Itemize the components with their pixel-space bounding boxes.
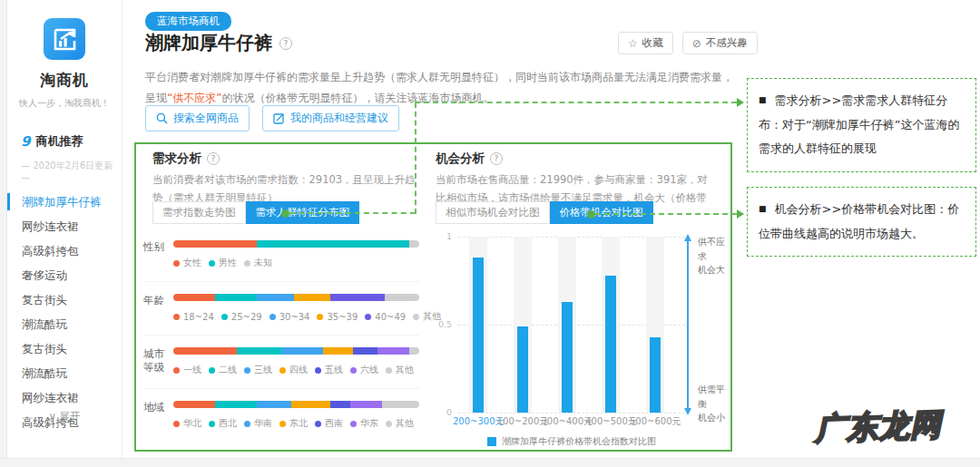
sidebar-item[interactable]: 潮流酷玩 bbox=[7, 361, 122, 385]
sidebar-item[interactable]: 网纱连衣裙 bbox=[7, 214, 122, 238]
demand-panel-title-row: 需求分析 ? bbox=[152, 151, 220, 167]
demographic-legend: 华北西北华南东北西南华东其他 bbox=[173, 417, 419, 430]
demographic-bar bbox=[173, 401, 419, 408]
x-axis-label: 100~200元 bbox=[497, 415, 548, 428]
gridline bbox=[458, 413, 685, 413]
legend-dot bbox=[279, 367, 286, 374]
demand-connector-line-h1 bbox=[289, 212, 416, 214]
legend-item: 四线 bbox=[279, 364, 308, 376]
favorite-button[interactable]: ☆ 收藏 bbox=[618, 32, 673, 54]
demographic-row: 年龄18~2425~2930~3435~3940~49其他 bbox=[143, 282, 419, 336]
legend-dot bbox=[173, 421, 180, 427]
sidebar-item[interactable]: 潮牌加厚牛仔裤 bbox=[7, 190, 122, 214]
demographic-row: 性别女性男性未知 bbox=[143, 229, 419, 282]
bar-segment bbox=[377, 347, 409, 355]
bar-segment bbox=[323, 347, 353, 355]
chart-legend-label: 潮牌加厚牛仔裤价格带机会指数对比图 bbox=[502, 435, 656, 448]
legend-dot bbox=[209, 260, 215, 267]
description-highlight: “供不应求” bbox=[167, 92, 221, 104]
sidebar-item[interactable]: 奢侈运动 bbox=[7, 263, 122, 287]
chart-bar bbox=[517, 326, 528, 413]
search-all-products-button[interactable]: 搜索全网商品 bbox=[145, 105, 250, 131]
legend-dot bbox=[317, 314, 323, 320]
logo-block: 淘商机 快人一步，淘我商机！ bbox=[7, 0, 122, 110]
primary-actions: 搜索全网商品 我的商品和经营建议 bbox=[145, 105, 399, 131]
bar-segment bbox=[257, 401, 291, 408]
recommend-icon: 9 bbox=[21, 133, 30, 150]
legend-dot bbox=[279, 421, 286, 427]
legend-item: 华北 bbox=[173, 417, 201, 430]
y-axis-tick: 0.5 bbox=[436, 319, 452, 329]
bar-segment bbox=[294, 294, 331, 301]
annotation-demand-text: 需求分析>>需求需求人群特征分布：对于“潮牌加厚牛仔裤”这个蓝海的需求的人群特征… bbox=[759, 93, 959, 155]
legend-item: 其他 bbox=[386, 417, 414, 430]
bar-segment bbox=[257, 294, 294, 301]
expand-toggle[interactable]: ∨ 展开 bbox=[7, 410, 122, 423]
legend-dot bbox=[413, 314, 419, 320]
legend-item: 二线 bbox=[209, 364, 237, 376]
update-date: — 2020年2月6日更新 — bbox=[7, 160, 122, 182]
edit-icon bbox=[273, 112, 285, 124]
opportunity-help-icon[interactable]: ? bbox=[490, 152, 503, 165]
demand-groups: 性别女性男性未知年龄18~2425~2930~3435~3940~49其他城市等… bbox=[143, 229, 419, 442]
chart-legend: 潮牌加厚牛仔裤价格带机会指数对比图 bbox=[458, 435, 685, 448]
my-products-advice-button[interactable]: 我的商品和经营建议 bbox=[262, 105, 399, 131]
legend-item: 女性 bbox=[173, 257, 201, 269]
app-window: 淘商机 快人一步，淘我商机！ 9 商机推荐 — 2020年2月6日更新 — 潮牌… bbox=[0, 0, 980, 467]
block-icon: ⊘ bbox=[692, 37, 701, 50]
demographic-row: 城市等级一线二线三线四线五线六线其他 bbox=[143, 336, 419, 389]
tab-similar-market-comparison[interactable]: 相似市场机会对比图 bbox=[436, 201, 550, 224]
opportunity-connector-line bbox=[595, 213, 737, 215]
sidebar: 淘商机 快人一步，淘我商机！ 9 商机推荐 — 2020年2月6日更新 — 潮牌… bbox=[7, 0, 122, 458]
opportunity-connector-dot bbox=[587, 210, 595, 219]
not-interested-button[interactable]: ⊘ 不感兴趣 bbox=[682, 32, 758, 54]
demographic-legend: 一线二线三线四线五线六线其他 bbox=[173, 364, 419, 376]
bar-segment bbox=[353, 347, 377, 355]
legend-item: 六线 bbox=[350, 364, 378, 376]
demographic-row: 地域华北西北华南东北西南华东其他 bbox=[143, 389, 419, 442]
sidebar-item[interactable]: 复古街头 bbox=[7, 336, 122, 361]
legend-item: 25~29 bbox=[221, 312, 262, 322]
bar-segment bbox=[173, 294, 215, 301]
bar-segment bbox=[291, 401, 330, 408]
bullet-icon: ■ bbox=[759, 95, 767, 104]
demographic-bar bbox=[173, 294, 419, 301]
bar-segment bbox=[330, 401, 350, 408]
sidebar-section-header: 9 商机推荐 bbox=[7, 133, 122, 150]
y-axis-tick: 0 bbox=[436, 407, 452, 417]
annotation-opportunity-text: 机会分析>>价格带机会对比图：价位带曲线越高的说明市场越大。 bbox=[759, 202, 959, 240]
arrow-top-label: 供不应求 机会大 bbox=[698, 235, 731, 277]
legend-dot bbox=[386, 421, 392, 427]
tab-demand-index-trend[interactable]: 需求指数走势图 bbox=[152, 201, 246, 224]
sidebar-item[interactable]: 潮流酷玩 bbox=[7, 312, 122, 336]
favorite-label: 收藏 bbox=[642, 36, 663, 50]
x-axis-label: 400~500元 bbox=[585, 415, 636, 428]
sidebar-item[interactable]: 网纱连衣裙 bbox=[7, 385, 122, 410]
bar-segment bbox=[237, 347, 281, 355]
legend-dot bbox=[350, 367, 357, 374]
bar-segment bbox=[257, 240, 409, 248]
legend-dot bbox=[173, 367, 180, 374]
legend-item: 西北 bbox=[209, 417, 237, 430]
demand-connector-line-h2 bbox=[415, 102, 737, 103]
help-icon[interactable]: ? bbox=[279, 37, 292, 50]
page-bottom-gutter bbox=[0, 458, 980, 467]
legend-item: 一线 bbox=[173, 364, 201, 376]
chevron-down-icon: ∨ bbox=[48, 410, 55, 423]
bar-segment bbox=[385, 294, 419, 301]
legend-item: 华东 bbox=[350, 417, 378, 430]
search-icon bbox=[156, 112, 168, 124]
arrow-bottom-label: 供需平衡 机会小 bbox=[698, 383, 731, 425]
expand-label: 展开 bbox=[60, 410, 81, 423]
sidebar-item[interactable]: 高级斜挎包 bbox=[7, 238, 122, 263]
bar-segment bbox=[173, 240, 257, 248]
annotation-demand: ■需求分析>>需求需求人群特征分布：对于“潮牌加厚牛仔裤”这个蓝海的需求的人群特… bbox=[747, 78, 976, 172]
demand-connector-line-v bbox=[415, 102, 416, 214]
watermark: 广东龙网 bbox=[814, 404, 943, 451]
sidebar-item[interactable]: 复古街头 bbox=[7, 287, 122, 312]
star-icon: ☆ bbox=[628, 37, 638, 50]
legend-dot bbox=[365, 314, 371, 320]
demand-help-icon[interactable]: ? bbox=[207, 152, 220, 165]
x-axis-label: 200~300元 bbox=[453, 415, 504, 428]
chart-bar bbox=[473, 258, 484, 413]
